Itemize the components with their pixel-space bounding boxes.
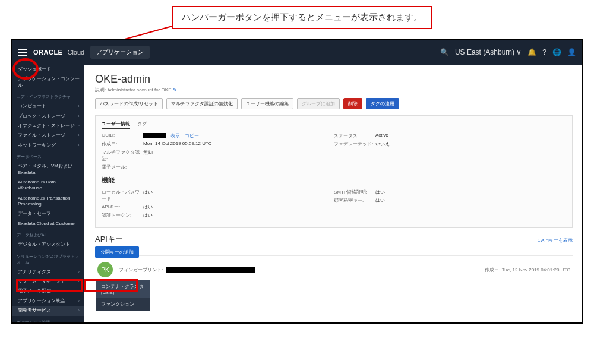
created-value: Mon, 14 Oct 2019 05:59:12 UTC bbox=[143, 141, 212, 147]
sidebar-item-adw[interactable]: Autonomous Data Warehouse bbox=[12, 178, 84, 194]
chevron-right-icon: › bbox=[78, 308, 80, 314]
smtp-label: SMTP資格証明: bbox=[334, 189, 375, 195]
sidebar-item-exacc[interactable]: Exadata Cloud at Customer bbox=[12, 219, 84, 229]
action-row: パスワードの作成/リセット マルチファクタ認証の無効化 ユーザー機能の編集 グル… bbox=[95, 98, 573, 109]
localpw-label: ローカル・パスワード: bbox=[102, 189, 143, 202]
callout-hamburger: ハンバーガーボタンを押下するとメニューが表示されます。 bbox=[172, 6, 432, 29]
chevron-right-icon: › bbox=[78, 123, 80, 129]
ocid-redacted bbox=[143, 133, 166, 138]
ocid-show-link[interactable]: 表示 bbox=[170, 133, 180, 138]
ocid-label: OCID: bbox=[102, 132, 143, 139]
sidebar-item-atp[interactable]: Autonomous Transaction Processing bbox=[12, 194, 84, 210]
status-label: ステータス: bbox=[334, 132, 375, 139]
chevron-right-icon: › bbox=[78, 269, 80, 275]
apikey-value: はい bbox=[143, 204, 153, 210]
page-subtitle: 説明: Administrator account for OKE ✎ bbox=[95, 87, 573, 93]
apikey-label: APIキー: bbox=[102, 204, 143, 210]
sidebar-item-app-integration[interactable]: アプリケーション統合› bbox=[12, 296, 84, 306]
mfa-label: マルチファクタ認証: bbox=[102, 149, 143, 162]
sidebar-item-object-storage[interactable]: オブジェクト・ストレージ› bbox=[12, 121, 84, 131]
email-label: 電子メール: bbox=[102, 164, 143, 170]
help-icon[interactable]: ? bbox=[542, 48, 546, 56]
capabilities-heading: 機能 bbox=[102, 176, 566, 185]
chevron-right-icon: › bbox=[78, 132, 80, 138]
hamburger-button[interactable] bbox=[18, 49, 27, 56]
chevron-right-icon: › bbox=[78, 298, 80, 304]
add-public-key-button[interactable]: 公開キーの追加 bbox=[95, 246, 139, 258]
sidebar-item-block-storage[interactable]: ブロック・ストレージ› bbox=[12, 112, 84, 121]
federated-value: いいえ bbox=[375, 141, 390, 147]
brand-suffix: Cloud bbox=[67, 49, 84, 56]
ocid-copy-link[interactable]: コピー bbox=[185, 133, 199, 138]
custkey-label: 顧客秘密キー: bbox=[334, 197, 375, 204]
custkey-value: はい bbox=[375, 197, 385, 204]
created-label: 作成日: bbox=[102, 141, 143, 147]
smtp-value: はい bbox=[375, 189, 385, 195]
delete-button[interactable]: 削除 bbox=[343, 98, 362, 109]
highlight-dev-services bbox=[16, 279, 83, 292]
fingerprint-redacted bbox=[166, 267, 255, 273]
tabs: ユーザー情報 タグ bbox=[102, 121, 566, 127]
federated-label: フェデレーテッド: bbox=[334, 141, 375, 147]
sidebar-item-data-safe[interactable]: データ・セーフ bbox=[12, 209, 84, 219]
globe-icon[interactable]: 🌐 bbox=[552, 48, 561, 56]
sidebar-item-developer-services[interactable]: 開発者サービス› bbox=[12, 306, 84, 315]
authtoken-value: はい bbox=[143, 212, 153, 219]
disable-mfa-button[interactable]: マルチファクタ認証の無効化 bbox=[166, 98, 238, 109]
notification-icon[interactable]: 🔔 bbox=[527, 48, 536, 56]
sidebar-group-data-ai: データおよびAI bbox=[12, 229, 84, 240]
topbar: ORACLE Cloud アプリケーション 🔍 US East (Ashburn… bbox=[12, 40, 582, 65]
sidebar-item-file-storage[interactable]: ファイル・ストレージ› bbox=[12, 131, 84, 140]
search-icon[interactable]: 🔍 bbox=[440, 48, 449, 56]
sidebar-group-governance: ガバナンスと管理 bbox=[12, 316, 84, 322]
tab-tags[interactable]: タグ bbox=[137, 121, 147, 128]
sidebar-group-db: データベース bbox=[12, 150, 84, 162]
sidebar-group-solutions: ソリューションおよびプラットフォーム bbox=[12, 250, 84, 267]
chevron-right-icon: › bbox=[78, 103, 80, 109]
apply-tags-button[interactable]: タグの適用 bbox=[366, 98, 399, 109]
region-selector[interactable]: US East (Ashburn) ∨ bbox=[455, 48, 522, 56]
tab-user-info[interactable]: ユーザー情報 bbox=[102, 121, 130, 129]
localpw-value: はい bbox=[143, 189, 153, 202]
sidebar-item-analytics[interactable]: アナリティクス› bbox=[12, 267, 84, 277]
authtoken-label: 認証トークン: bbox=[102, 212, 143, 219]
api-keys-heading: APIキー bbox=[95, 234, 123, 245]
highlight-container-cluster bbox=[84, 279, 138, 292]
status-value: Active bbox=[375, 132, 388, 139]
chevron-right-icon: › bbox=[78, 113, 80, 119]
user-info-panel: ユーザー情報 タグ OCID: 表示 コピー 作成日:Mon, 14 Oct 2… bbox=[95, 115, 573, 228]
sidebar-item-bm-vm-exadata[interactable]: ベア・メタル、VMおよびExadata bbox=[12, 162, 84, 178]
main-content: OKE-admin 説明: Administrator account for … bbox=[84, 65, 582, 322]
topbar-right: 🔍 US East (Ashburn) ∨ 🔔 ? 🌐 👤 bbox=[440, 48, 576, 56]
mfa-value: 無効 bbox=[143, 149, 153, 162]
user-icon[interactable]: 👤 bbox=[567, 48, 576, 56]
chevron-right-icon: › bbox=[78, 143, 80, 148]
api-show-all-link[interactable]: 1 APIキーを表示 bbox=[538, 237, 573, 243]
avatar: PK bbox=[97, 262, 113, 277]
edit-icon[interactable]: ✎ bbox=[173, 87, 177, 93]
brand: ORACLE bbox=[33, 49, 62, 56]
fingerprint-label: フィンガープリント: bbox=[119, 267, 163, 273]
edit-user-caps-button[interactable]: ユーザー機能の編集 bbox=[241, 98, 293, 109]
sidebar-item-compute[interactable]: コンピュート› bbox=[12, 102, 84, 111]
apps-dropdown[interactable]: アプリケーション bbox=[90, 46, 150, 59]
add-to-group-button[interactable]: グループに追加 bbox=[297, 98, 340, 109]
sidebar-item-digital-assistant[interactable]: デジタル・アシスタント bbox=[12, 240, 84, 249]
page-title: OKE-admin bbox=[95, 73, 573, 86]
api-key-row: PK フィンガープリント: 作成日: Tue, 12 Nov 2019 04:0… bbox=[95, 255, 573, 283]
highlight-hamburger-circle bbox=[12, 58, 39, 80]
email-value: - bbox=[143, 164, 145, 170]
sidebar-item-networking[interactable]: ネットワーキング› bbox=[12, 141, 84, 150]
api-date-value: Tue, 12 Nov 2019 04:01:20 UTC bbox=[502, 267, 570, 273]
submenu-functions[interactable]: ファンクション bbox=[96, 298, 150, 311]
reset-password-button[interactable]: パスワードの作成/リセット bbox=[95, 98, 163, 109]
sidebar-group-core: コア・インフラストラクチャ bbox=[12, 90, 84, 102]
api-date-label: 作成日: bbox=[485, 267, 500, 273]
